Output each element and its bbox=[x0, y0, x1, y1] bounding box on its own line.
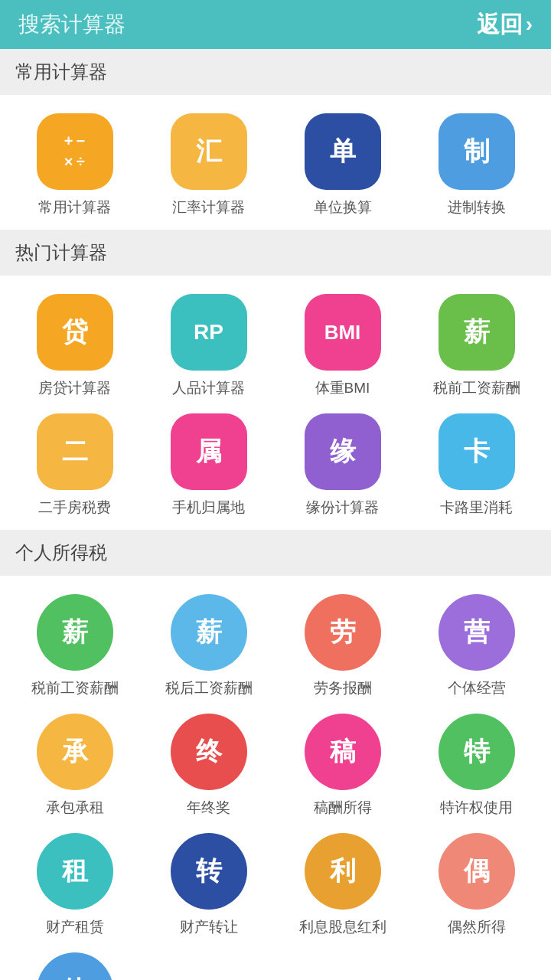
item-bmi[interactable]: BMI 体重BMI bbox=[276, 294, 409, 398]
transfer-icon: 转 bbox=[171, 833, 247, 910]
back-label: 返回 bbox=[477, 9, 523, 41]
bmi-label: 体重BMI bbox=[315, 378, 370, 398]
fate-label: 缘份计算器 bbox=[306, 498, 379, 518]
personality-label: 人品计算器 bbox=[172, 378, 245, 398]
phone-location-label: 手机归属地 bbox=[172, 498, 245, 518]
item-unit-convert[interactable]: 单 单位换算 bbox=[276, 113, 409, 217]
back-button[interactable]: 返回 › bbox=[477, 9, 533, 41]
item-labor[interactable]: 劳 劳务报酬 bbox=[276, 594, 409, 698]
ops-symbols: +− ×÷ bbox=[58, 126, 91, 177]
item-other[interactable]: 他 bbox=[8, 952, 142, 980]
unit-convert-icon: 单 bbox=[305, 113, 381, 190]
item-contract[interactable]: 承 承包承租 bbox=[8, 714, 142, 818]
mortgage-icon: 贷 bbox=[37, 294, 113, 371]
pre-tax-icon: 薪 bbox=[37, 594, 113, 671]
rent-icon: 租 bbox=[37, 833, 113, 910]
secondhand-tax-icon: 二 bbox=[37, 413, 113, 490]
franchise-icon: 特 bbox=[439, 714, 515, 790]
item-basic-calc[interactable]: +− ×÷ 常用计算器 bbox=[8, 113, 142, 217]
section-common: 常用计算器 +− ×÷ 常用计算器 汇 汇率计算器 单 单位换算 bbox=[0, 49, 551, 230]
contract-icon: 承 bbox=[37, 714, 113, 790]
common-grid: +− ×÷ 常用计算器 汇 汇率计算器 单 单位换算 制 进制转换 bbox=[8, 113, 543, 217]
other-icon: 他 bbox=[37, 952, 113, 980]
year-bonus-label: 年终奖 bbox=[187, 798, 230, 818]
post-tax-icon: 薪 bbox=[171, 594, 247, 671]
rent-label: 财产租赁 bbox=[46, 917, 104, 937]
item-base-convert[interactable]: 制 进制转换 bbox=[409, 113, 543, 217]
occasional-label: 偶然所得 bbox=[448, 917, 506, 937]
item-personality[interactable]: RP 人品计算器 bbox=[142, 294, 276, 398]
base-convert-icon: 制 bbox=[439, 113, 515, 190]
app-header: 搜索计算器 返回 › bbox=[0, 0, 551, 49]
interest-label: 利息股息红利 bbox=[299, 917, 386, 937]
pre-tax-label: 税前工资薪酬 bbox=[31, 678, 119, 698]
item-pre-tax[interactable]: 薪 税前工资薪酬 bbox=[8, 594, 142, 698]
item-mortgage[interactable]: 贷 房贷计算器 bbox=[8, 294, 142, 398]
item-phone-location[interactable]: 属 手机归属地 bbox=[142, 413, 276, 518]
item-year-bonus[interactable]: 终 年终奖 bbox=[142, 714, 276, 818]
basic-calc-label: 常用计算器 bbox=[38, 198, 111, 217]
item-manuscript[interactable]: 稿 稿酬所得 bbox=[276, 714, 409, 818]
section-common-header: 常用计算器 bbox=[0, 49, 551, 95]
section-income-tax: 个人所得税 薪 税前工资薪酬 薪 税后工资薪酬 劳 劳务报酬 营 个体经营 承 … bbox=[0, 530, 551, 980]
item-interest[interactable]: 利 利息股息红利 bbox=[276, 833, 409, 937]
self-employed-label: 个体经营 bbox=[448, 678, 506, 698]
self-employed-icon: 营 bbox=[439, 594, 515, 671]
phone-location-icon: 属 bbox=[171, 413, 247, 490]
manuscript-label: 稿酬所得 bbox=[314, 798, 372, 818]
exchange-rate-icon: 汇 bbox=[171, 113, 247, 190]
income-tax-grid: 薪 税前工资薪酬 薪 税后工资薪酬 劳 劳务报酬 营 个体经营 承 承包承租 终 bbox=[8, 594, 543, 980]
section-popular: 热门计算器 贷 房贷计算器 RP 人品计算器 BMI 体重BMI 薪 税前工资薪… bbox=[0, 230, 551, 530]
popular-grid: 贷 房贷计算器 RP 人品计算器 BMI 体重BMI 薪 税前工资薪酬 二 二手… bbox=[8, 294, 543, 518]
personality-icon: RP bbox=[171, 294, 247, 371]
section-income-tax-header: 个人所得税 bbox=[0, 530, 551, 576]
fate-icon: 缘 bbox=[305, 413, 381, 490]
item-occasional[interactable]: 偶 偶然所得 bbox=[409, 833, 543, 937]
item-post-tax[interactable]: 薪 税后工资薪酬 bbox=[142, 594, 276, 698]
calorie-label: 卡路里消耗 bbox=[440, 498, 513, 518]
transfer-label: 财产转让 bbox=[180, 917, 238, 937]
header-title: 搜索计算器 bbox=[18, 10, 126, 39]
labor-label: 劳务报酬 bbox=[314, 678, 372, 698]
item-secondhand-tax[interactable]: 二 二手房税费 bbox=[8, 413, 142, 518]
section-income-tax-content: 薪 税前工资薪酬 薪 税后工资薪酬 劳 劳务报酬 营 个体经营 承 承包承租 终 bbox=[0, 576, 551, 980]
interest-icon: 利 bbox=[305, 833, 381, 910]
manuscript-icon: 稿 bbox=[305, 714, 381, 790]
post-tax-label: 税后工资薪酬 bbox=[165, 678, 253, 698]
item-rent[interactable]: 租 财产租赁 bbox=[8, 833, 142, 937]
base-convert-label: 进制转换 bbox=[448, 198, 506, 217]
section-popular-header: 热门计算器 bbox=[0, 230, 551, 276]
item-exchange-rate[interactable]: 汇 汇率计算器 bbox=[142, 113, 276, 217]
bmi-icon: BMI bbox=[305, 294, 381, 371]
item-calorie[interactable]: 卡 卡路里消耗 bbox=[409, 413, 543, 518]
item-pretax-salary[interactable]: 薪 税前工资薪酬 bbox=[409, 294, 543, 398]
franchise-label: 特许权使用 bbox=[440, 798, 513, 818]
exchange-rate-label: 汇率计算器 bbox=[172, 198, 245, 217]
calorie-icon: 卡 bbox=[439, 413, 515, 490]
labor-icon: 劳 bbox=[305, 594, 381, 671]
pretax-salary-icon: 薪 bbox=[439, 294, 515, 371]
pretax-salary-label: 税前工资薪酬 bbox=[433, 378, 520, 398]
item-transfer[interactable]: 转 财产转让 bbox=[142, 833, 276, 937]
item-self-employed[interactable]: 营 个体经营 bbox=[409, 594, 543, 698]
item-fate[interactable]: 缘 缘份计算器 bbox=[276, 413, 409, 518]
basic-calc-icon: +− ×÷ bbox=[37, 113, 113, 190]
year-bonus-icon: 终 bbox=[171, 714, 247, 790]
item-franchise[interactable]: 特 特许权使用 bbox=[409, 714, 543, 818]
back-chevron-icon: › bbox=[526, 12, 533, 37]
secondhand-tax-label: 二手房税费 bbox=[38, 498, 111, 518]
unit-convert-label: 单位换算 bbox=[314, 198, 372, 217]
section-popular-content: 贷 房贷计算器 RP 人品计算器 BMI 体重BMI 薪 税前工资薪酬 二 二手… bbox=[0, 276, 551, 530]
contract-label: 承包承租 bbox=[46, 798, 104, 818]
section-common-content: +− ×÷ 常用计算器 汇 汇率计算器 单 单位换算 制 进制转换 bbox=[0, 95, 551, 230]
occasional-icon: 偶 bbox=[439, 833, 515, 910]
mortgage-label: 房贷计算器 bbox=[38, 378, 111, 398]
